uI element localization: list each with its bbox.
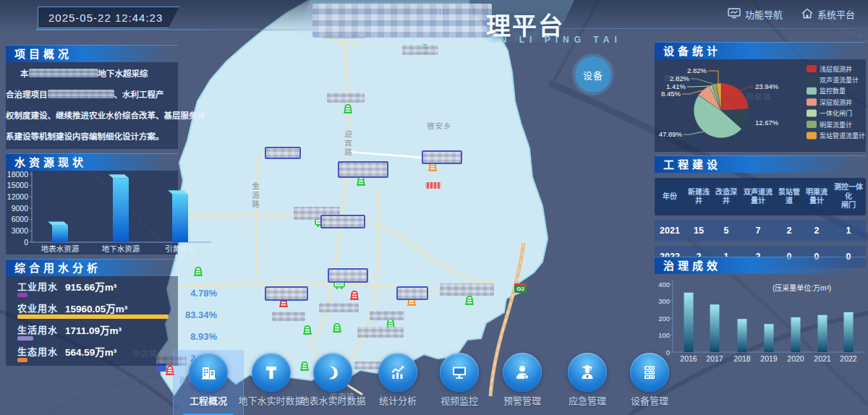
- map-label-redacted: [319, 303, 359, 312]
- panel-header-water-resources: 水资源现状: [6, 153, 178, 171]
- bottom-nav-label: 预警管理: [488, 393, 557, 407]
- emergency-icon: [568, 353, 607, 392]
- water-use-value: 15960.05万m³: [65, 301, 127, 315]
- table-row[interactable]: 20211557221: [655, 220, 866, 241]
- legend-label: 浅层观测井: [820, 65, 852, 73]
- governance-bar: [684, 293, 694, 352]
- bottom-nav-label: 地表水实时数据: [298, 393, 367, 407]
- bottom-nav-label: 应急管理: [553, 393, 622, 407]
- pie-percent-label: 8.45%: [661, 90, 681, 98]
- legend-swatch: [807, 121, 817, 128]
- map-label-redacted: [396, 286, 428, 300]
- legend-label: 深层观测井: [820, 98, 852, 106]
- map-label-redacted: [265, 286, 308, 301]
- bottom-nav-item-2[interactable]: 地下水实时数据: [237, 350, 306, 415]
- nav-function-button[interactable]: 功能导航: [728, 7, 783, 21]
- pie-percent-label: 23.94%: [755, 82, 779, 90]
- map-label-redacted: [440, 283, 494, 296]
- pie-percent-label: 2.82%: [687, 67, 707, 74]
- table-header-cell: 泵站管 道: [776, 188, 802, 206]
- table-header-cell: 测控一体化 闸门: [831, 183, 866, 210]
- bottom-nav-label: 统计分析: [363, 393, 433, 407]
- legend-label: 泵站管道流量计: [820, 132, 865, 140]
- bottom-nav-item-4[interactable]: 统计分析: [363, 350, 433, 415]
- table-cell: 5: [712, 226, 740, 236]
- map-marker-well-ok[interactable]: [464, 294, 475, 309]
- water-resources-chart: 0300060009000120001500018000地表水资源地下水资源引黄…: [0, 169, 217, 257]
- water-use-row: 工业用水915.66万m³4.78%: [6, 279, 217, 301]
- map-marker-well-ok[interactable]: [192, 265, 204, 280]
- map-marker-well-ok[interactable]: [302, 324, 313, 338]
- map-label-redacted: [327, 93, 365, 103]
- device-fab-button[interactable]: 设备: [575, 56, 611, 93]
- water-use-label: 工业用水: [17, 279, 58, 293]
- bottom-nav-item-8[interactable]: 设备管理: [615, 350, 684, 415]
- svg-text:12000: 12000: [7, 192, 28, 201]
- device-stats-pie-chart: 23.94%12.67%47.89%8.45%1.41%2.82%2.82%浅层…: [655, 59, 866, 152]
- nav-function-label: 功能导航: [745, 7, 783, 21]
- map-label-redacted: [357, 327, 404, 338]
- water-use-label: 农业用水: [17, 301, 58, 315]
- bottom-nav-item-3[interactable]: 地表水实时数据: [298, 350, 367, 415]
- table-header-cell: 年份: [655, 192, 685, 202]
- redacted-text-block: [48, 90, 114, 98]
- pie-percent-label: 47.89%: [659, 130, 683, 138]
- stats-icon: [378, 353, 417, 392]
- page-title-pinyin: AN LI PING TAI: [489, 35, 622, 45]
- legend-swatch: [807, 87, 817, 95]
- top-nav: 功能导航 系统平台: [728, 7, 855, 21]
- water-use-row: 农业用水15960.05万m³83.34%: [6, 301, 217, 322]
- legend-swatch: [807, 132, 817, 139]
- table-header-cell: 明渠流 量计: [802, 188, 831, 206]
- bottom-nav-label: 视频监控: [425, 393, 494, 407]
- map-place-name: 迎宾路: [343, 130, 354, 158]
- water-bar: [172, 194, 188, 242]
- svg-text:引黄水量: 引黄水量: [165, 244, 195, 253]
- map-marker-well-alarm[interactable]: [349, 289, 360, 304]
- bottom-nav-item-7[interactable]: 应急管理: [553, 350, 622, 415]
- bottom-nav-label: 设备管理: [615, 393, 684, 407]
- governance-bar: [791, 317, 801, 352]
- water-use-bar: [17, 336, 33, 341]
- bottom-nav-item-5[interactable]: 视频监控: [425, 350, 494, 415]
- project-text-segment: 本: [20, 69, 29, 78]
- table-header-cell: 改造深 井: [712, 188, 740, 206]
- water-use-value: 564.59万m³: [65, 344, 116, 359]
- bottom-nav-label: 工程概况: [174, 393, 243, 407]
- bottom-nav-label: 地下水实时数据: [237, 393, 306, 407]
- map-label-redacted: [370, 311, 404, 320]
- map-label-redacted: [265, 147, 301, 159]
- map-marker-well-ok[interactable]: [342, 103, 354, 117]
- groundwater-icon: [252, 353, 291, 392]
- road-badge: [425, 182, 441, 189]
- project-text-segment: 地下水超采综: [98, 69, 148, 78]
- panel-header-governance: 治理成效: [655, 257, 866, 274]
- legend-label: 监控数量: [820, 87, 846, 95]
- bottom-nav-item-1[interactable]: 工程概况: [173, 350, 244, 415]
- legend-swatch: [807, 110, 817, 117]
- map-label-redacted: [272, 312, 305, 321]
- map-label-redacted: [320, 215, 365, 228]
- legend-label: 一体化闸门: [820, 109, 852, 117]
- project-text-segment: 合治理项目: [6, 90, 48, 99]
- map-marker-well-ok[interactable]: [331, 322, 343, 336]
- water-bar: [113, 178, 129, 242]
- pie-slice[interactable]: [721, 83, 749, 111]
- pie-percent-label: 2.82%: [670, 74, 689, 82]
- nav-system-button[interactable]: 系统平台: [801, 7, 855, 21]
- legend-swatch: [807, 76, 817, 83]
- project-overview-text: 本地下水超采综合治理项目、水利工程产权制度建设、继续推进农业水价综合改革、基层服…: [6, 64, 201, 147]
- water-use-percent: 8.93%: [190, 331, 217, 342]
- table-cell: 7: [740, 226, 776, 236]
- project-overview-line: 权制度建设、继续推进农业水价综合改革、基层服务体: [6, 106, 201, 127]
- water-use-value: 1711.09万m³: [65, 322, 122, 337]
- project-text-segment: 、水利工程产: [114, 90, 164, 99]
- bottom-nav-item-6[interactable]: 预警管理: [488, 350, 557, 415]
- legend-label: 明渠流量计: [820, 121, 852, 129]
- project-overview-line: 本地下水超采综: [6, 64, 201, 85]
- water-use-bar: [17, 293, 27, 297]
- svg-text:2021: 2021: [814, 354, 831, 363]
- svg-text:2017: 2017: [706, 354, 723, 363]
- svg-text:地下水资源: 地下水资源: [102, 244, 140, 253]
- svg-text:400: 400: [658, 281, 670, 288]
